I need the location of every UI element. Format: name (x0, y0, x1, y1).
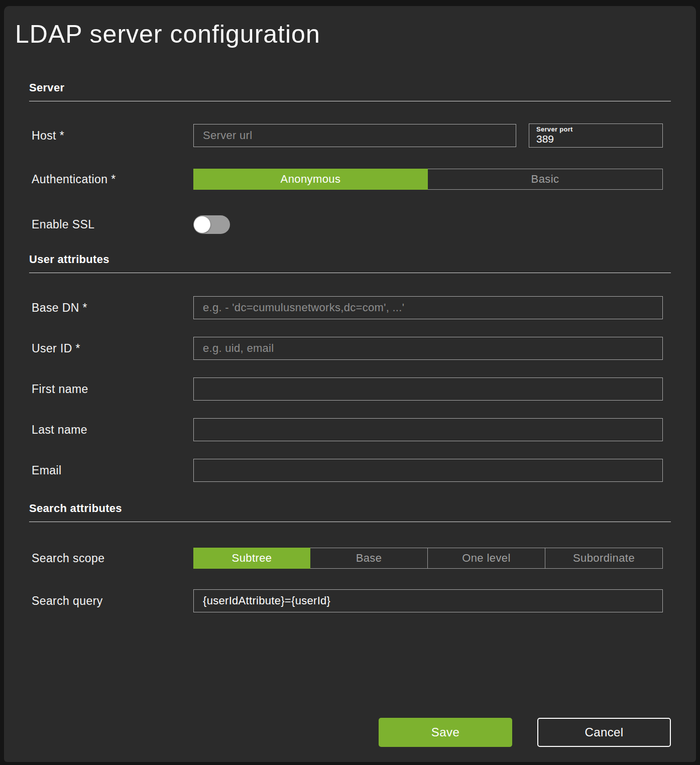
user-id-row: User ID * (29, 337, 671, 360)
server-section-divider (29, 101, 671, 101)
search-attributes-section-heading: Search attributes (29, 502, 671, 515)
enable-ssl-label: Enable SSL (29, 218, 193, 231)
toggle-knob (194, 216, 210, 233)
dialog-footer: Save Cancel (29, 718, 671, 747)
user-attributes-section-heading: User attributes (29, 253, 671, 266)
section-server: Server Host * Server port 389 Authentica… (29, 81, 671, 234)
cancel-button[interactable]: Cancel (537, 718, 671, 747)
server-section-heading: Server (29, 81, 671, 94)
email-row: Email (29, 459, 671, 482)
search-query-label: Search query (29, 594, 193, 608)
authentication-row: Authentication * Anonymous Basic (29, 169, 671, 190)
search-scope-segmented-control: Subtree Base One level Subordinate (193, 548, 663, 569)
user-id-label: User ID * (29, 342, 193, 355)
first-name-label: First name (29, 382, 193, 396)
base-dn-input[interactable] (193, 296, 663, 319)
last-name-label: Last name (29, 423, 193, 437)
server-port-field[interactable]: Server port 389 (529, 123, 663, 148)
search-query-row: Search query (29, 589, 671, 612)
base-dn-row: Base DN * (29, 296, 671, 319)
search-scope-option-subtree[interactable]: Subtree (193, 548, 310, 569)
save-button[interactable]: Save (379, 718, 512, 747)
first-name-row: First name (29, 377, 671, 401)
first-name-input[interactable] (193, 377, 663, 401)
host-label: Host * (29, 129, 193, 143)
search-scope-option-base[interactable]: Base (310, 548, 428, 569)
last-name-row: Last name (29, 418, 671, 441)
host-input[interactable] (193, 124, 516, 147)
enable-ssl-toggle[interactable] (193, 215, 230, 234)
base-dn-label: Base DN * (29, 301, 193, 315)
dialog-title: LDAP server configuration (15, 19, 696, 49)
email-input[interactable] (193, 459, 663, 482)
search-scope-option-subordinate[interactable]: Subordinate (545, 548, 663, 569)
authentication-label: Authentication * (29, 173, 193, 186)
authentication-option-anonymous[interactable]: Anonymous (193, 169, 428, 190)
authentication-segmented-control: Anonymous Basic (193, 169, 663, 190)
search-query-input[interactable] (193, 589, 663, 612)
last-name-input[interactable] (193, 418, 663, 441)
search-scope-label: Search scope (29, 552, 193, 565)
search-scope-row: Search scope Subtree Base One level Subo… (29, 548, 671, 569)
user-attributes-section-divider (29, 273, 671, 273)
search-scope-option-one-level[interactable]: One level (427, 548, 545, 569)
user-id-input[interactable] (193, 337, 663, 360)
email-label: Email (29, 464, 193, 477)
ldap-config-dialog: LDAP server configuration Server Host * … (4, 6, 696, 762)
server-port-label: Server port (536, 126, 655, 133)
server-port-value: 389 (536, 133, 655, 145)
host-row: Host * Server port 389 (29, 123, 671, 148)
search-attributes-section-divider (29, 522, 671, 522)
section-search-attributes: Search attributes Search scope Subtree B… (29, 502, 671, 747)
enable-ssl-row: Enable SSL (29, 215, 671, 234)
section-user-attributes: User attributes Base DN * User ID * Firs… (29, 253, 671, 482)
authentication-option-basic[interactable]: Basic (427, 169, 663, 190)
